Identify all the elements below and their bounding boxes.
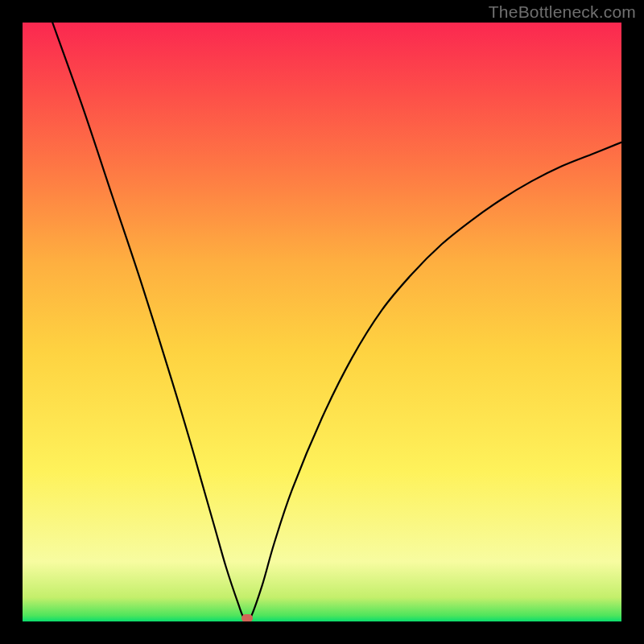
chart-frame: TheBottleneck.com — [0, 0, 644, 644]
gradient-background — [23, 23, 621, 621]
plot-area — [23, 23, 621, 621]
optimal-marker-icon — [242, 614, 253, 621]
watermark-text: TheBottleneck.com — [489, 2, 636, 22]
